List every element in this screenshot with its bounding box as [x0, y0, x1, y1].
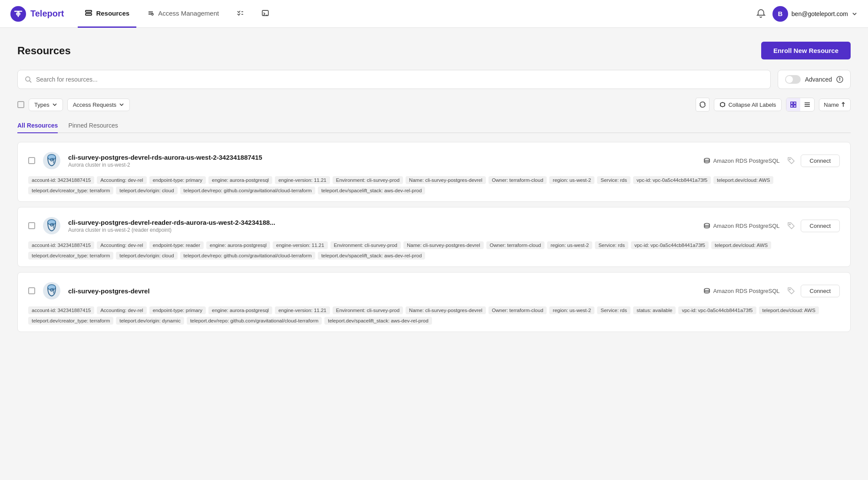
tag: Owner: terraform-cloud — [486, 241, 545, 249]
tag: Name: cli-survey-postgres-devrel — [406, 176, 486, 184]
resource-card: cli-survey-postgres-devrel Amazon RDS Po… — [17, 272, 851, 332]
svg-rect-20 — [794, 105, 796, 107]
tag: Accounting: dev-rel — [97, 306, 146, 314]
resource-checkbox[interactable] — [28, 157, 35, 164]
tag: Accounting: dev-rel — [97, 241, 146, 249]
svg-point-39 — [48, 285, 56, 290]
resource-checkbox[interactable] — [28, 287, 35, 294]
logo[interactable]: Teleport — [10, 6, 64, 22]
tag: teleport.dev/origin: dynamic — [116, 317, 184, 325]
resource-subtitle: Aurora cluster in us-west-2 — [68, 162, 696, 168]
svg-rect-19 — [791, 105, 793, 107]
select-all-checkbox[interactable] — [17, 101, 24, 108]
tag: account-id: 342341887415 — [28, 306, 94, 314]
tab-all-resources[interactable]: All Resources — [17, 118, 58, 133]
resource-actions: Connect — [787, 220, 840, 232]
tag: teleport.dev/repo: github.com/gravitatio… — [180, 187, 315, 194]
search-input[interactable] — [36, 76, 763, 83]
tag: teleport.dev/origin: cloud — [116, 187, 177, 194]
logo-text: Teleport — [30, 9, 64, 19]
page-title: Resources — [17, 45, 71, 57]
connect-button[interactable]: Connect — [801, 155, 840, 167]
tag-icon[interactable] — [787, 156, 795, 165]
view-toggle — [786, 98, 815, 112]
tag: engine: aurora-postgresql — [208, 176, 272, 184]
tag: region: us-west-2 — [549, 306, 594, 314]
collapse-all-labels-button[interactable]: Collapse All Labels — [714, 99, 782, 111]
types-filter-button[interactable]: Types — [29, 99, 63, 111]
notifications-icon[interactable] — [756, 8, 766, 19]
svg-point-12 — [26, 77, 30, 81]
resource-checkbox[interactable] — [28, 222, 35, 229]
tag: Name: cli-survey-postgres-devrel — [403, 241, 484, 249]
connect-button[interactable]: Connect — [801, 220, 840, 232]
user-email: ben@goteleport.com — [792, 10, 848, 17]
resource-name: cli-survey-postgres-devrel-reader-rds-au… — [68, 219, 696, 226]
svg-point-36 — [789, 224, 790, 225]
connect-button[interactable]: Connect — [801, 285, 840, 297]
resource-header: cli-survey-postgres-devrel-rds-aurora-us… — [28, 151, 840, 170]
nav-access-management[interactable]: Access Management — [140, 0, 226, 28]
search-icon — [25, 76, 32, 83]
resource-name: cli-survey-postgres-devrel — [68, 287, 696, 295]
nav-resources[interactable]: Resources — [78, 0, 136, 28]
tag: endpoint-type: primary — [149, 176, 206, 184]
postgres-icon — [42, 151, 61, 170]
tag: teleport.dev/creator_type: terraform — [28, 187, 113, 194]
page-header: Resources Enroll New Resource — [17, 42, 851, 59]
db-icon — [703, 157, 710, 164]
svg-rect-2 — [86, 10, 92, 12]
tag: teleport.dev/spacelift_stack: aws-dev-re… — [318, 252, 425, 260]
tag-icon[interactable] — [787, 286, 795, 295]
resource-type: Amazon RDS PostgreSQL — [703, 157, 779, 164]
list-view-button[interactable] — [800, 98, 814, 111]
svg-point-29 — [704, 158, 710, 161]
nav-terminal[interactable] — [254, 0, 276, 28]
page-content: Resources Enroll New Resource Advanced T… — [0, 28, 868, 480]
tag: teleport.dev/spacelift_stack: aws-dev-re… — [324, 317, 432, 325]
tag: engine-version: 11.21 — [275, 306, 330, 314]
resource-info: cli-survey-postgres-devrel-rds-aurora-us… — [68, 154, 696, 168]
svg-point-30 — [789, 159, 790, 160]
resource-subtitle: Aurora cluster in us-west-2 (reader endp… — [68, 227, 696, 233]
advanced-toggle-switch[interactable] — [785, 75, 801, 84]
resource-type: Amazon RDS PostgreSQL — [703, 222, 779, 229]
tag: account-id: 342341887415 — [28, 176, 94, 184]
chevron-down-icon — [851, 11, 858, 17]
nav-right: B ben@goteleport.com — [756, 6, 858, 22]
grid-view-button[interactable] — [786, 98, 800, 111]
resource-list: cli-survey-postgres-devrel-rds-aurora-us… — [17, 142, 851, 332]
db-icon — [703, 287, 710, 294]
resource-header: cli-survey-postgres-devrel-reader-rds-au… — [28, 216, 840, 235]
tag: teleport.dev/cloud: AWS — [759, 306, 819, 314]
nav-tasks[interactable] — [229, 0, 251, 28]
svg-point-7 — [152, 13, 153, 15]
tag: teleport.dev/cloud: AWS — [713, 176, 773, 184]
svg-line-13 — [30, 81, 31, 82]
tag: endpoint-type: reader — [149, 241, 204, 249]
tag-icon[interactable] — [787, 221, 795, 230]
svg-point-16 — [839, 78, 840, 79]
resource-tabs: All Resources Pinned Resources — [17, 118, 851, 133]
tag: engine: aurora-postgresql — [206, 241, 270, 249]
user-menu[interactable]: B ben@goteleport.com — [772, 6, 858, 22]
svg-point-35 — [704, 224, 710, 226]
tag: engine-version: 11.21 — [273, 241, 328, 249]
postgres-icon — [42, 216, 61, 235]
tag: Accounting: dev-rel — [97, 176, 146, 184]
refresh-button[interactable] — [696, 98, 710, 112]
tag: status: available — [633, 306, 676, 314]
tag: teleport.dev/creator_type: terraform — [28, 317, 113, 325]
access-requests-filter-button[interactable]: Access Requests — [67, 99, 130, 111]
svg-point-27 — [48, 155, 56, 160]
enroll-new-resource-button[interactable]: Enroll New Resource — [761, 42, 851, 59]
resource-name: cli-survey-postgres-devrel-rds-aurora-us… — [68, 154, 696, 161]
toolbar: Types Access Requests — [17, 98, 851, 112]
tag: vpc-id: vpc-0a5c44cb8441a73f5 — [631, 241, 709, 249]
svg-point-33 — [48, 220, 56, 225]
search-row: Advanced — [17, 70, 851, 89]
tab-pinned-resources[interactable]: Pinned Resources — [68, 118, 118, 133]
tag: region: us-west-2 — [549, 176, 594, 184]
sort-button[interactable]: Name — [819, 99, 851, 111]
resource-actions: Connect — [787, 285, 840, 297]
